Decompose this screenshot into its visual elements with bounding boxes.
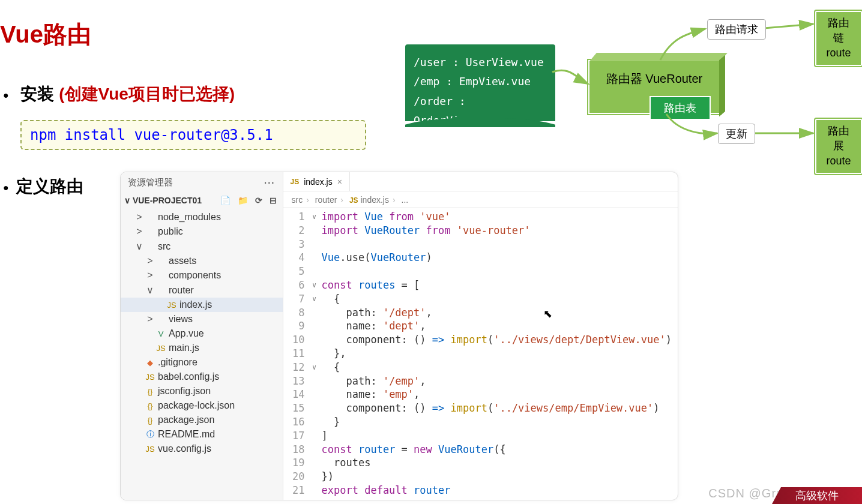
file-tree: >node_modules>public∨src>assets>componen… <box>121 209 283 462</box>
code-area[interactable]: 123456789101112131415161718192021 ∨∨∨∨ i… <box>283 208 678 500</box>
file-icon: {} <box>145 416 155 425</box>
file-icon: JS <box>145 445 155 454</box>
file-icon: ◆ <box>145 358 155 367</box>
new-file-icon[interactable]: 📄 <box>220 196 231 205</box>
tree-item-package-lock-json[interactable]: {}package-lock.json <box>121 398 283 413</box>
tree-item-src[interactable]: ∨src <box>121 239 283 254</box>
js-icon: JS <box>349 196 358 205</box>
router-title: 路由器 VueRouter <box>606 71 702 87</box>
tree-item-label: src <box>158 241 170 252</box>
tree-item-label: views <box>169 314 193 325</box>
tree-item-label: main.js <box>169 343 199 353</box>
tree-item-label: node_modules <box>158 212 221 223</box>
footer-banner: 高级软件 <box>772 487 862 504</box>
tree-item-package-json[interactable]: {}package.json <box>121 413 283 427</box>
tree-item-App-vue[interactable]: VApp.vue <box>121 326 283 341</box>
file-icon: JS <box>166 301 177 310</box>
tree-item-label: package-lock.json <box>158 400 235 411</box>
crumb-router[interactable]: router <box>315 195 337 205</box>
explorer-title: 资源管理器 <box>128 177 173 188</box>
chevron-icon: ∨ <box>145 284 155 296</box>
tree-item-label: vue.config.js <box>158 443 211 454</box>
tree-item-label: router <box>169 285 194 296</box>
explorer-panel: 资源管理器 ··· ∨ VUE-PROJECT01 📄 📁 ⟳ ⊟ >node_… <box>121 172 283 500</box>
breadcrumb: src› router› JS index.js› ... <box>283 191 678 208</box>
tree-item-node-modules[interactable]: >node_modules <box>121 210 283 224</box>
tree-item-main-js[interactable]: JSmain.js <box>121 341 283 355</box>
new-folder-icon[interactable]: 📁 <box>238 196 248 205</box>
tree-item-label: README.md <box>158 429 215 440</box>
ide-panel: 资源管理器 ··· ∨ VUE-PROJECT01 📄 📁 ⟳ ⊟ >node_… <box>120 172 678 500</box>
project-name: VUE-PROJECT01 <box>133 196 202 205</box>
vue-router-box: 路由器 VueRouter 路由表 <box>588 60 720 114</box>
explorer-menu-icon[interactable]: ··· <box>264 178 276 188</box>
close-icon[interactable]: × <box>337 177 342 187</box>
tree-item-label: package.json <box>158 415 214 425</box>
router-link-box: 路由链route <box>815 11 862 66</box>
tree-item-label: .gitignore <box>158 357 197 368</box>
tree-item-jsconfig-json[interactable]: {}jsconfig.json <box>121 384 283 398</box>
file-icon: JS <box>155 344 166 353</box>
tree-item-README-md[interactable]: ⓘREADME.md <box>121 427 283 442</box>
route-table-box: 路由表 <box>650 96 711 120</box>
install-note: (创建Vue项目时已选择) <box>59 85 235 103</box>
crumb-file[interactable]: index.js <box>360 195 388 205</box>
route-map-1: /user : UserView.vue <box>414 53 547 72</box>
explorer-header: 资源管理器 ··· <box>121 172 283 193</box>
chevron-icon: > <box>134 212 145 223</box>
route-map-3: /order : OrderView.vue <box>414 92 547 131</box>
explorer-toolbar: 📄 📁 ⟳ ⊟ <box>216 196 277 205</box>
collapse-icon[interactable]: ⊟ <box>270 196 277 205</box>
editor-tabs: JS index.js × <box>283 172 678 191</box>
refresh-icon[interactable]: ⟳ <box>255 196 262 205</box>
request-label: 路由请求 <box>707 19 766 40</box>
tree-item-public[interactable]: >public <box>121 224 283 239</box>
chevron-icon: > <box>145 256 155 266</box>
js-icon: JS <box>291 178 300 186</box>
tree-item-label: babel.config.js <box>158 371 219 382</box>
file-icon: {} <box>145 401 155 410</box>
chevron-icon: > <box>145 314 155 325</box>
router-view-box: 路由展route <box>815 119 862 174</box>
tree-item--gitignore[interactable]: ◆.gitignore <box>121 355 283 370</box>
tree-item-label: public <box>158 226 183 237</box>
tree-item-index-js[interactable]: JSindex.js <box>121 298 283 312</box>
tree-item-router[interactable]: ∨router <box>121 283 283 298</box>
crumb-src[interactable]: src <box>292 195 303 205</box>
tree-item-babel-config-js[interactable]: JSbabel.config.js <box>121 370 283 384</box>
file-icon: ⓘ <box>145 429 155 440</box>
chevron-down-icon: ∨ <box>124 196 130 205</box>
tree-item-vue-config-js[interactable]: JSvue.config.js <box>121 442 283 456</box>
tree-item-label: App.vue <box>169 328 204 339</box>
tree-item-views[interactable]: >views <box>121 312 283 326</box>
bullet-install: 安装 (创建Vue项目时已选择) <box>3 83 235 106</box>
tree-item-label: assets <box>169 256 196 266</box>
chevron-icon: > <box>145 270 155 281</box>
tree-item-label: jsconfig.json <box>158 386 211 397</box>
install-command-box: npm install vue-router@3.5.1 <box>20 120 366 150</box>
file-icon: {} <box>145 387 155 396</box>
file-icon: V <box>155 329 166 338</box>
file-icon: JS <box>145 373 155 382</box>
page-title: Vue路由 <box>0 18 91 51</box>
route-map-2: /emp : EmpView.vue <box>414 72 547 91</box>
tree-item-label: index.js <box>179 299 212 310</box>
bullet-install-text: 安装 <box>20 85 54 103</box>
project-row[interactable]: ∨ VUE-PROJECT01 📄 📁 ⟳ ⊟ <box>121 193 283 209</box>
crumb-more[interactable]: ... <box>402 195 409 205</box>
routes-card: /user : UserView.vue /emp : EmpView.vue … <box>405 44 555 121</box>
chevron-icon: > <box>134 226 145 237</box>
bullet-define: 定义路由 <box>3 175 83 198</box>
tree-item-assets[interactable]: >assets <box>121 254 283 268</box>
tree-item-label: components <box>169 270 221 281</box>
tree-item-components[interactable]: >components <box>121 268 283 283</box>
chevron-icon: ∨ <box>134 241 145 252</box>
update-label: 更新 <box>718 124 755 144</box>
tab-label: index.js <box>304 177 332 187</box>
tab-index-js[interactable]: JS index.js × <box>283 172 350 191</box>
editor-panel: JS index.js × src› router› JS index.js› … <box>283 172 678 500</box>
